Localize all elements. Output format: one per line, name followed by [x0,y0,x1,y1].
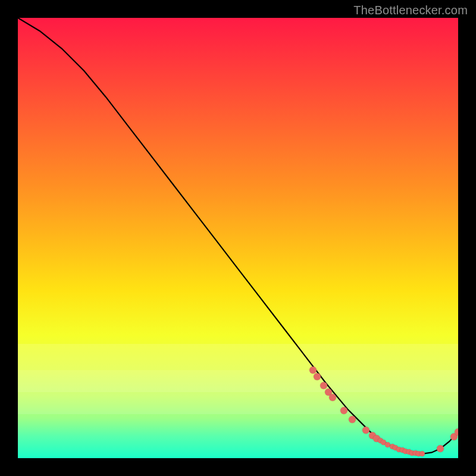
chart-frame: TheBottlenecker.com [0,0,476,476]
data-point [340,407,347,414]
data-point [419,451,425,456]
watermark-text: TheBottlenecker.com [353,4,468,17]
data-point [309,367,317,374]
data-point [455,428,458,436]
data-point [329,394,336,401]
data-point [362,427,369,434]
bottleneck-curve [18,18,458,458]
plot-area [18,18,458,458]
